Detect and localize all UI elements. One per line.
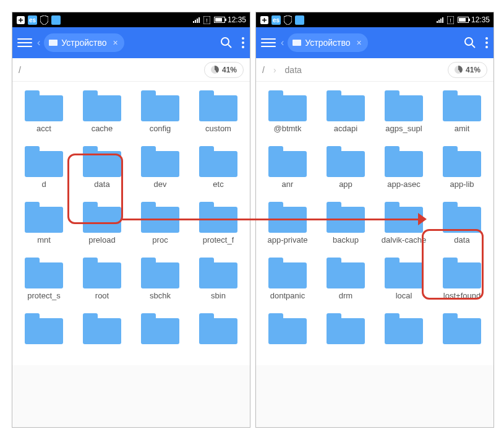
folder-local[interactable]: local <box>375 254 433 305</box>
hamburger-icon[interactable] <box>17 38 32 47</box>
status-time: 12:35 <box>228 15 246 24</box>
folder-app-asec[interactable]: app-asec <box>375 142 433 193</box>
es-icon: es <box>28 15 37 25</box>
folder-empty[interactable] <box>189 310 247 360</box>
folder-label: acdapi <box>334 124 357 134</box>
svg-point-3 <box>221 38 229 45</box>
folder-acct[interactable]: acct <box>15 87 73 137</box>
folder-custom[interactable]: custom <box>189 87 247 137</box>
folder-label: custom <box>205 124 231 134</box>
folder-icon <box>199 90 237 121</box>
folder-etc[interactable]: etc <box>189 142 247 193</box>
location-chip[interactable]: Устройство × <box>44 33 124 52</box>
folder-label: cache <box>92 124 113 134</box>
folder-icon <box>443 146 481 177</box>
folder-sbin[interactable]: sbin <box>189 254 247 305</box>
folder-empty[interactable] <box>258 310 317 360</box>
folder-label: backup <box>333 235 359 245</box>
folder-agps-supl[interactable]: agps_supl <box>375 87 433 137</box>
folder-protect-s[interactable]: protect_s <box>15 254 73 305</box>
folder-icon <box>83 90 121 121</box>
folder-icon <box>25 258 63 288</box>
folder-sbchk[interactable]: sbchk <box>131 254 189 305</box>
storage-percent: 41% <box>222 66 237 74</box>
location-chip[interactable]: Устройство × <box>288 33 367 52</box>
shield-icon <box>283 15 293 25</box>
folder-amit[interactable]: amit <box>433 87 491 137</box>
folder-data[interactable]: data <box>433 198 491 249</box>
svg-point-7 <box>242 46 244 48</box>
folder-empty[interactable] <box>73 310 131 360</box>
folder--btmtk[interactable]: @btmtk <box>258 87 317 137</box>
folder-dev[interactable]: dev <box>131 142 189 193</box>
folder-app-lib[interactable]: app-lib <box>433 142 491 193</box>
folder-grid-left: acctcacheconfigcustomddatadevetcmntprelo… <box>12 82 250 365</box>
chevron-left-icon[interactable]: ‹ <box>37 37 40 48</box>
search-icon[interactable] <box>220 37 233 49</box>
folder-dontpanic[interactable]: dontpanic <box>258 254 317 305</box>
svg-line-4 <box>228 45 231 48</box>
folder-root[interactable]: root <box>73 254 131 305</box>
pie-icon <box>211 66 219 74</box>
svg-text:!: ! <box>450 17 451 24</box>
folder-label: local <box>396 291 412 301</box>
status-right: ! 12:35 <box>437 15 490 25</box>
close-icon[interactable]: × <box>357 38 362 48</box>
folder-drm[interactable]: drm <box>317 254 375 305</box>
folder-mnt[interactable]: mnt <box>15 198 73 249</box>
folder-empty[interactable] <box>433 310 491 360</box>
top-bar: ‹ Устройство × <box>12 27 250 58</box>
crumb-root[interactable]: / <box>262 65 265 75</box>
folder-label: anr <box>282 180 294 189</box>
folder-proc[interactable]: proc <box>131 198 189 249</box>
folder-icon <box>327 202 365 233</box>
more-icon[interactable] <box>241 37 245 49</box>
folder-anr[interactable]: anr <box>258 142 317 193</box>
svg-point-5 <box>242 37 244 40</box>
svg-line-12 <box>472 45 475 48</box>
folder-icon <box>25 90 63 121</box>
folder-acdapi[interactable]: acdapi <box>317 87 375 137</box>
folder-app[interactable]: app <box>317 142 375 193</box>
folder-icon <box>268 313 307 344</box>
folder-empty[interactable] <box>15 310 73 360</box>
folder-cache[interactable]: cache <box>73 87 131 137</box>
folder-empty[interactable] <box>317 310 375 360</box>
folder-icon <box>83 146 121 177</box>
crumb-root[interactable]: / <box>19 65 21 75</box>
status-bar: es ! 12:35 <box>12 12 250 27</box>
folder-icon <box>25 313 63 344</box>
folder-icon <box>141 146 179 177</box>
storage-indicator[interactable]: 41% <box>204 62 244 78</box>
chevron-left-icon[interactable]: ‹ <box>281 37 284 48</box>
close-icon[interactable]: × <box>113 38 118 48</box>
folder-icon <box>25 202 63 233</box>
folder-label: mnt <box>37 235 51 245</box>
shield-icon <box>40 15 49 25</box>
status-time: 12:35 <box>471 15 490 24</box>
sim-icon: ! <box>202 15 211 25</box>
folder-backup[interactable]: backup <box>317 198 375 249</box>
folder-label: app-asec <box>387 180 420 189</box>
folder-app-private[interactable]: app-private <box>258 198 317 249</box>
more-icon[interactable] <box>485 37 489 49</box>
folder-preload[interactable]: preload <box>73 198 131 249</box>
folder-empty[interactable] <box>375 310 433 360</box>
folder-lost-found[interactable]: lost+found <box>433 254 491 305</box>
hamburger-icon[interactable] <box>261 38 276 47</box>
folder-label: protect_f <box>203 235 234 245</box>
storage-indicator[interactable]: 41% <box>448 62 487 78</box>
folder-label: protect_s <box>27 291 60 301</box>
folder-config[interactable]: config <box>131 87 189 137</box>
folder-protect-f[interactable]: protect_f <box>189 198 247 249</box>
crumb-data[interactable]: data <box>285 65 302 75</box>
search-icon[interactable] <box>464 37 476 49</box>
folder-icon <box>83 313 121 344</box>
folder-label: app <box>339 180 352 189</box>
folder-d[interactable]: d <box>15 142 73 193</box>
svg-point-15 <box>485 46 488 48</box>
folder-icon <box>83 258 121 288</box>
folder-data[interactable]: data <box>73 142 131 193</box>
folder-label: sbchk <box>150 291 171 301</box>
folder-empty[interactable] <box>131 310 189 360</box>
